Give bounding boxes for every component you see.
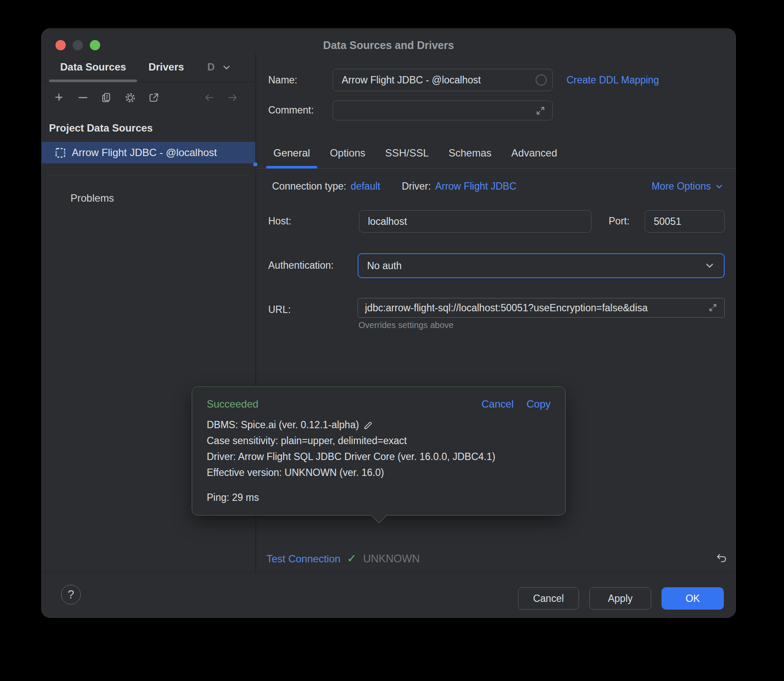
name-label: Name: xyxy=(268,74,297,86)
sidebar-toolbar xyxy=(42,82,255,113)
url-input[interactable] xyxy=(358,298,725,318)
popup-copy-link[interactable]: Copy xyxy=(527,398,551,410)
popup-body: DBMS: Spice.ai (ver. 0.12.1-alpha) Case … xyxy=(192,410,565,506)
cancel-button[interactable]: Cancel xyxy=(518,587,579,610)
effective-version-text: Effective version: UNKNOWN (ver. 16.0) xyxy=(207,465,384,481)
project-data-sources-heading: Project Data Sources xyxy=(49,122,153,134)
ok-button[interactable]: OK xyxy=(662,587,724,610)
port-input[interactable] xyxy=(645,210,725,233)
back-arrow-icon[interactable] xyxy=(204,92,215,103)
name-input[interactable] xyxy=(333,69,553,91)
ping-text: Ping: 29 ms xyxy=(207,490,259,506)
tab-overflow-chevron-down-icon[interactable] xyxy=(221,62,232,73)
port-label: Port: xyxy=(609,215,630,227)
test-connection-row: Test Connection ✓ UNKNOWN xyxy=(266,552,420,565)
authentication-chevron-down-icon xyxy=(704,260,715,271)
sidebar-divider xyxy=(48,175,249,175)
tab-options[interactable]: Options xyxy=(322,138,373,168)
forward-arrow-icon[interactable] xyxy=(227,92,238,103)
authentication-select[interactable]: No auth xyxy=(358,253,725,278)
driver-value-link[interactable]: Arrow Flight JDBC xyxy=(435,181,516,192)
case-sensitivity-text: Case sensitivity: plain=upper, delimited… xyxy=(207,433,407,449)
test-connection-link[interactable]: Test Connection xyxy=(266,553,340,565)
tab-ssh-ssl[interactable]: SSH/SSL xyxy=(378,138,436,168)
tab-data-sources[interactable]: Data Sources xyxy=(49,53,137,82)
tab-general[interactable]: General xyxy=(266,138,317,168)
popup-cancel-link[interactable]: Cancel xyxy=(481,398,514,410)
tab-advanced[interactable]: Advanced xyxy=(504,138,565,168)
success-check-icon: ✓ xyxy=(347,553,357,564)
url-expand-icon[interactable] xyxy=(708,303,717,312)
data-source-icon xyxy=(55,147,66,159)
test-connection-result-popup: Succeeded Cancel Copy DBMS: Spice.ai (ve… xyxy=(192,387,566,515)
tab-drivers[interactable]: Drivers xyxy=(137,53,195,82)
titlebar: Data Sources and Drivers xyxy=(42,29,735,53)
settings-gear-icon[interactable] xyxy=(125,92,136,103)
export-icon[interactable] xyxy=(148,92,159,103)
sidebar-tab-bar: Data Sources Drivers D xyxy=(42,53,255,82)
name-refresh-spinner-icon xyxy=(536,74,547,86)
config-tab-bar: General Options SSH/SSL Schemas Advanced xyxy=(256,138,736,169)
connection-type-row: Connection type: default Driver: Arrow F… xyxy=(272,181,517,192)
apply-button[interactable]: Apply xyxy=(589,587,651,610)
help-button[interactable]: ? xyxy=(61,585,81,604)
history-nav xyxy=(204,92,238,103)
connection-type-label: Connection type: xyxy=(272,181,346,192)
authentication-label: Authentication: xyxy=(268,260,334,271)
driver-label: Driver: xyxy=(402,181,431,192)
url-label: URL: xyxy=(268,304,291,316)
data-sources-dialog: Data Sources and Drivers Data Sources Dr… xyxy=(41,28,736,618)
succeeded-status-text: Succeeded xyxy=(207,398,258,410)
data-source-item-selected[interactable]: Arrow Flight JDBC - @localhost xyxy=(42,142,255,163)
problems-section-label[interactable]: Problems xyxy=(70,192,114,204)
window-title: Data Sources and Drivers xyxy=(42,39,735,52)
connection-type-value-link[interactable]: default xyxy=(351,181,380,192)
host-input[interactable] xyxy=(359,210,591,233)
data-source-label: Arrow Flight JDBC - @localhost xyxy=(72,147,217,159)
authentication-value: No auth xyxy=(367,260,402,272)
driver-info-text: Driver: Arrow Flight SQL JDBC Driver Cor… xyxy=(207,449,495,465)
tab-truncated[interactable]: D xyxy=(195,53,216,82)
undo-icon[interactable] xyxy=(712,549,731,568)
connection-status-text: UNKNOWN xyxy=(363,552,420,565)
more-options-link[interactable]: More Options xyxy=(652,181,724,192)
url-hint-text: Overrides settings above xyxy=(358,320,453,330)
dbms-info-text: DBMS: Spice.ai (ver. 0.12.1-alpha) xyxy=(207,417,359,433)
comment-input[interactable] xyxy=(333,101,553,120)
more-options-chevron-down-icon xyxy=(714,182,724,191)
host-label: Host: xyxy=(268,215,291,227)
edit-pencil-icon[interactable] xyxy=(363,420,374,430)
add-data-source-icon[interactable] xyxy=(54,92,65,103)
remove-data-source-icon[interactable] xyxy=(77,92,89,103)
dialog-footer: ? Cancel Apply OK xyxy=(42,572,735,617)
create-ddl-mapping-link[interactable]: Create DDL Mapping xyxy=(567,74,659,86)
popup-header: Succeeded Cancel Copy xyxy=(192,387,565,410)
duplicate-icon[interactable] xyxy=(101,92,112,103)
comment-expand-icon[interactable] xyxy=(536,106,545,116)
comment-label: Comment: xyxy=(268,104,314,116)
tab-schemas[interactable]: Schemas xyxy=(441,138,499,168)
